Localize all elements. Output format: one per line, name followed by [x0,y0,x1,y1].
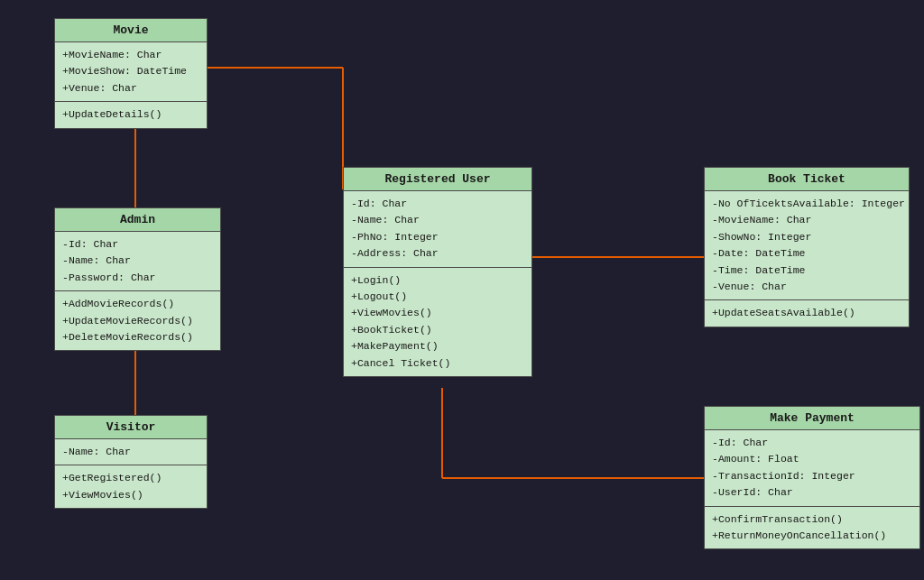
class-movie: Movie +MovieName: Char +MovieShow: DateT… [54,18,208,129]
attr-ru-3: -PhNo: Integer [351,229,524,245]
class-make-payment-title: Make Payment [705,407,919,430]
attr-bt-4: -Date: DateTime [712,245,901,262]
class-admin: Admin -Id: Char -Name: Char -Password: C… [54,207,221,351]
method-ru-1: +Login() [351,272,524,289]
attr-admin-3: -Password: Char [62,270,213,286]
attr-ru-4: -Address: Char [351,245,524,262]
attr-admin-2: -Name: Char [62,253,213,269]
method-admin-1: +AddMovieRecords() [62,296,213,312]
method-movie-1: +UpdateDetails() [62,106,199,123]
class-visitor-title: Visitor [55,416,207,439]
class-admin-title: Admin [55,208,220,232]
class-visitor-methods: +GetRegistered() +ViewMovies() [55,465,207,508]
attr-mp-1: -Id: Char [712,435,912,451]
attr-movie-2: +MovieShow: DateTime [62,63,199,79]
class-book-ticket: Book Ticket -No OfTicektsAvailable: Inte… [704,167,910,327]
attr-bt-6: -Venue: Char [712,279,901,295]
class-make-payment-attributes: -Id: Char -Amount: Float -TransactionId:… [705,430,919,507]
attr-bt-5: -Time: DateTime [712,262,901,279]
method-ru-6: +Cancel Ticket() [351,355,524,372]
method-bt-1: +UpdateSeatsAvailable() [712,305,901,321]
class-movie-title: Movie [55,19,207,42]
attr-bt-3: -ShowNo: Integer [712,229,901,245]
class-registered-user-attributes: -Id: Char -Name: Char -PhNo: Integer -Ad… [344,191,531,268]
method-admin-2: +UpdateMovieRecords() [62,313,213,329]
attr-admin-1: -Id: Char [62,236,213,253]
class-visitor: Visitor -Name: Char +GetRegistered() +Vi… [54,415,208,509]
method-visitor-2: +ViewMovies() [62,487,199,503]
attr-mp-2: -Amount: Float [712,451,912,467]
class-book-ticket-attributes: -No OfTicektsAvailable: Integer -MovieNa… [705,191,909,300]
class-admin-attributes: -Id: Char -Name: Char -Password: Char [55,232,220,291]
method-ru-5: +MakePayment() [351,338,524,354]
class-make-payment-methods: +ConfirmTransaction() +ReturnMoneyOnCanc… [705,507,919,549]
attr-mp-4: -UserId: Char [712,484,912,501]
class-make-payment: Make Payment -Id: Char -Amount: Float -T… [704,406,920,549]
class-registered-user: Registered User -Id: Char -Name: Char -P… [343,167,532,377]
method-mp-2: +ReturnMoneyOnCancellation() [712,528,912,544]
class-movie-methods: +UpdateDetails() [55,102,207,127]
attr-movie-3: +Venue: Char [62,80,199,97]
class-registered-user-title: Registered User [344,168,531,191]
class-registered-user-methods: +Login() +Logout() +ViewMovies() +BookTi… [344,268,531,376]
method-admin-3: +DeleteMovieRecords() [62,329,213,345]
class-visitor-attributes: -Name: Char [55,439,207,465]
method-ru-2: +Logout() [351,289,524,305]
attr-ru-1: -Id: Char [351,196,524,212]
attr-visitor-1: -Name: Char [62,444,199,460]
attr-bt-1: -No OfTicektsAvailable: Integer [712,196,901,212]
attr-bt-2: -MovieName: Char [712,212,901,228]
class-admin-methods: +AddMovieRecords() +UpdateMovieRecords()… [55,291,220,350]
method-ru-4: +BookTicket() [351,322,524,338]
attr-ru-2: -Name: Char [351,212,524,228]
method-ru-3: +ViewMovies() [351,305,524,321]
method-mp-1: +ConfirmTransaction() [712,511,912,528]
class-book-ticket-methods: +UpdateSeatsAvailable() [705,300,909,326]
diagram-container: Movie +MovieName: Char +MovieShow: DateT… [0,0,924,580]
attr-mp-3: -TransactionId: Integer [712,468,912,484]
method-visitor-1: +GetRegistered() [62,470,199,486]
class-movie-attributes: +MovieName: Char +MovieShow: DateTime +V… [55,42,207,102]
class-book-ticket-title: Book Ticket [705,168,909,191]
attr-movie-1: +MovieName: Char [62,47,199,63]
